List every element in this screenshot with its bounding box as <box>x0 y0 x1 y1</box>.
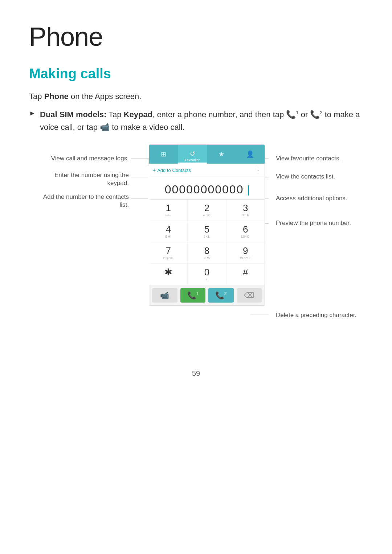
key-6[interactable]: 6 MNO <box>226 221 265 242</box>
call-icon-2: 📞2 <box>310 110 322 119</box>
key-0-number: 0 <box>189 267 224 277</box>
add-contacts-label: Add to Contacts <box>157 168 191 173</box>
key-8-number: 8 <box>189 246 224 255</box>
key-7[interactable]: 7 PQRS <box>149 242 188 263</box>
keypad-row-4: ✱ 0 + # <box>149 264 265 285</box>
call-sim2-icon: 📞2 <box>215 291 226 300</box>
tab-contacts[interactable]: 👤 <box>236 145 265 164</box>
page-container: Phone Making calls Tap Phone on the Apps… <box>0 0 392 421</box>
key-6-number: 6 <box>228 225 263 234</box>
keypad-row-2: 4 GHI 5 JKL 6 MNO <box>149 221 265 242</box>
call-sim1-icon: 📞1 <box>187 291 199 300</box>
key-4[interactable]: 4 GHI <box>149 221 188 242</box>
key-3[interactable]: 3 DEF <box>226 200 265 221</box>
key-0-letters: + <box>189 278 224 282</box>
key-5-letters: JKL <box>189 235 224 239</box>
key-9-letters: WXYZ <box>228 256 263 260</box>
logs-icon: ⊞ <box>161 150 166 158</box>
left-label-keypad: Enter the number using thekeypad. <box>54 171 129 187</box>
key-5[interactable]: 5 JKL <box>188 221 226 242</box>
tab-favourites-label: Favourites <box>185 158 200 162</box>
tab-recent[interactable]: ↺ Favourites <box>178 145 207 164</box>
right-label-favourites: View favourite contacts. <box>276 155 341 163</box>
right-label-contacts-list: View the contacts list. <box>276 173 335 181</box>
star-icon: ★ <box>219 150 224 158</box>
key-3-letters: DEF <box>228 213 263 218</box>
right-label-options: Access additional options. <box>276 194 347 202</box>
right-label-preview: Preview the phone number. <box>276 219 351 227</box>
diagram-wrapper: View call and message logs. Enter the nu… <box>29 144 363 348</box>
keypad-row-1: 1 ⌴⌴ 2 ABC 3 DEF <box>149 200 265 221</box>
plus-icon: + <box>153 167 156 173</box>
key-2[interactable]: 2 ABC <box>188 200 226 221</box>
key-8[interactable]: 8 TUV <box>188 242 226 263</box>
key-1-letters: ⌴⌴ <box>151 213 186 218</box>
delete-button[interactable]: ⌫ <box>237 288 262 303</box>
action-bar: 📹 📞1 📞2 ⌫ <box>149 285 265 305</box>
page-number: 59 <box>29 369 363 392</box>
more-options-button[interactable]: ⋮ <box>254 166 261 175</box>
key-hash-number: # <box>228 267 263 277</box>
left-label-contacts: Add the number to the contactslist. <box>43 193 129 209</box>
number-display: 00000000000 <box>149 177 265 200</box>
page-title: Phone <box>29 22 363 52</box>
bullet-arrow: ► <box>29 108 36 119</box>
recent-icon: ↺ <box>190 150 195 158</box>
key-star-letters <box>151 278 186 282</box>
key-1[interactable]: 1 ⌴⌴ <box>149 200 188 221</box>
key-star-number: ✱ <box>151 267 186 277</box>
key-4-letters: GHI <box>151 235 186 239</box>
call-icon-1: 📞1 <box>286 110 298 119</box>
left-label-logs: View call and message logs. <box>51 155 129 163</box>
section-title: Making calls <box>29 66 363 82</box>
video-call-icon: 📹 <box>160 291 169 300</box>
video-icon-inline: 📹 <box>100 123 110 132</box>
tab-bar: ⊞ ↺ Favourites ★ 👤 <box>149 145 265 164</box>
key-9[interactable]: 9 WXYZ <box>226 242 265 263</box>
add-contacts-button[interactable]: + Add to Contacts <box>153 167 191 173</box>
phone-number-text: 00000000000 <box>165 183 244 196</box>
bullet-text: ► Dual SIM models: Tap Keypad, enter a p… <box>29 108 363 134</box>
keypad: 1 ⌴⌴ 2 ABC 3 DEF 4 GHI <box>149 200 265 285</box>
backspace-icon: ⌫ <box>244 291 254 300</box>
phone-ui-mockup: ⊞ ↺ Favourites ★ 👤 + Add to Contacts <box>149 144 265 306</box>
key-8-letters: TUV <box>189 256 224 260</box>
key-7-letters: PQRS <box>151 256 186 260</box>
tab-logs[interactable]: ⊞ <box>149 145 178 164</box>
video-call-button[interactable]: 📹 <box>152 288 177 303</box>
tab-favourites[interactable]: ★ <box>207 145 236 164</box>
key-4-number: 4 <box>151 225 186 234</box>
key-2-number: 2 <box>189 203 224 213</box>
key-3-number: 3 <box>228 203 263 213</box>
add-contacts-bar: + Add to Contacts ⋮ <box>149 164 265 177</box>
right-label-delete: Delete a preceding character. <box>276 311 356 319</box>
keypad-row-3: 7 PQRS 8 TUV 9 WXYZ <box>149 242 265 264</box>
call-sim2-button[interactable]: 📞2 <box>208 288 234 303</box>
key-9-number: 9 <box>228 246 263 255</box>
key-6-letters: MNO <box>228 235 263 239</box>
call-sim1-button[interactable]: 📞1 <box>180 288 206 303</box>
key-5-number: 5 <box>189 225 224 234</box>
key-7-number: 7 <box>151 246 186 255</box>
key-hash[interactable]: # <box>226 264 265 285</box>
key-star[interactable]: ✱ <box>149 264 188 285</box>
key-1-number: 1 <box>151 203 186 213</box>
intro-text: Tap Phone on the Apps screen. <box>29 90 363 102</box>
key-hash-letters <box>228 278 263 282</box>
key-0[interactable]: 0 + <box>188 264 226 285</box>
key-2-letters: ABC <box>189 213 224 218</box>
cursor <box>248 185 249 196</box>
person-icon: 👤 <box>246 150 254 158</box>
